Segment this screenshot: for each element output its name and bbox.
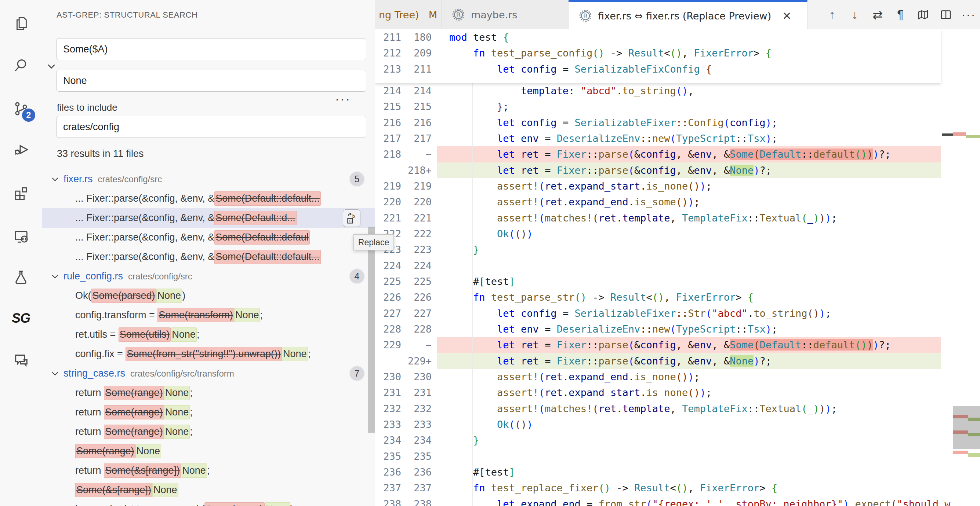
code-line[interactable]: 218+ let ret = Fixer::parse(&config, &en… [375, 162, 941, 178]
sg-logo-icon[interactable]: SG [0, 300, 42, 336]
search-icon[interactable] [0, 47, 42, 84]
remote-explorer-icon[interactable] [0, 218, 42, 254]
sidebar-scrollbar[interactable] [368, 227, 375, 433]
replace-action-button[interactable]: bc [343, 209, 360, 227]
token: ) [819, 403, 825, 414]
match-row[interactable]: config.fix = Some(from_str("string!!").u… [42, 344, 375, 364]
code-line[interactable]: 233233 Ok(()) [375, 417, 941, 432]
match-row[interactable]: Some(&s[range])None [42, 480, 375, 500]
match-text: Ok( [75, 290, 91, 301]
token: let [497, 324, 515, 335]
token [449, 228, 497, 240]
code-line[interactable]: 214214 template: "abcd".to_string(), [375, 83, 941, 98]
svg-text:R: R [456, 11, 461, 19]
swap-sides-icon[interactable]: ⇄ [866, 0, 889, 29]
token: ret [545, 371, 563, 382]
code-line[interactable]: 226226 fn test_parse_str() -> Result<(),… [375, 289, 941, 305]
tab-maybe-rs[interactable]: R maybe.rs [442, 0, 568, 29]
token: , [670, 403, 682, 414]
code-line[interactable]: 216216 let config = SerializableFixer::C… [375, 115, 941, 130]
match-row[interactable]: Ok(Some(parsed)None) [42, 286, 375, 305]
code-line[interactable]: 223223 } [375, 242, 941, 257]
toggle-replace-chevron-icon[interactable] [46, 61, 57, 72]
token [449, 371, 497, 382]
match-row[interactable]: return Some(&s[range])None; [42, 461, 375, 480]
code-line[interactable]: 228228 let env = DeserializeEnv::new(Typ… [375, 321, 941, 337]
match-row[interactable]: ... Fixer::parse(&config, &env, &Some(De… [42, 247, 375, 266]
token: DeserializeEnv [557, 324, 641, 335]
code-line[interactable]: 234234 } [375, 432, 941, 448]
code-line[interactable]: 230230 assert!(ret.expand_end.is_none())… [375, 369, 941, 385]
match-row[interactable]: Some(range)None [42, 441, 375, 461]
token: ) [825, 403, 831, 414]
token: = [539, 355, 557, 366]
match-row[interactable]: return Some(range)None; [42, 383, 375, 403]
code-line[interactable]: 213211 let config = SerializableFixConfi… [375, 61, 941, 77]
code-line[interactable]: 220220 assert!(ret.expand_end.is_some())… [375, 194, 941, 210]
split-editor-icon[interactable] [934, 0, 957, 29]
code-line[interactable]: 227227 let config = SerializableFixer::S… [375, 305, 941, 321]
whitespace-icon[interactable]: ¶ [889, 0, 912, 29]
code-line[interactable]: 229− let ret = Fixer::parse(&config, &en… [375, 337, 941, 353]
match-row[interactable]: return Some(range)None; [42, 403, 375, 422]
previous-change-icon[interactable]: ↑ [821, 0, 843, 29]
explorer-icon[interactable] [0, 5, 42, 42]
next-change-icon[interactable]: ↓ [843, 0, 866, 29]
tree-file-group[interactable]: string_case.rscrates/config/src/transfor… [42, 364, 375, 383]
testing-icon[interactable] [0, 259, 42, 295]
files-to-include-input[interactable] [56, 116, 366, 138]
code-line[interactable]: 225225 #[test] [375, 274, 941, 289]
source-control-icon[interactable]: 2 [0, 90, 42, 127]
match-row[interactable]: ret.utils = Some(utils)None; [42, 325, 375, 344]
code-line[interactable]: 232232 assert!(matches!(ret.template, Te… [375, 401, 941, 417]
code-line[interactable]: 217217 let env = DeserializeEnv::new(Typ… [375, 130, 941, 146]
replace-pattern-input[interactable] [56, 70, 366, 92]
code-line[interactable]: 236236 #[test] [375, 464, 941, 480]
chat-icon[interactable] [0, 342, 42, 378]
minimap-slider[interactable] [953, 406, 980, 449]
code-text: let ret = Fixer::parse(&config, &env, &N… [437, 162, 953, 178]
more-actions-icon[interactable]: ··· [957, 0, 980, 29]
code-line[interactable]: 224224 [375, 258, 941, 274]
map-icon[interactable] [912, 0, 934, 29]
code-line[interactable]: 211180mod test { [375, 29, 941, 45]
code-line[interactable]: 212209 fn test_parse_config() -> Result<… [375, 45, 941, 61]
token: () [676, 371, 688, 382]
tree-file-group[interactable]: rule_config.rscrates/config/src4 [42, 266, 375, 286]
match-row[interactable]: return Some(range)None; [42, 422, 375, 441]
code-line[interactable]: 237237 fn test_replace_fixer() -> Result… [375, 480, 941, 496]
code-line[interactable]: 229+ let ret = Fixer::parse(&config, &en… [375, 353, 941, 369]
match-row[interactable]: ... Fixer::parse(&config, &env, &Some(De… [42, 228, 375, 247]
overview-ruler[interactable] [941, 59, 980, 506]
code-line[interactable]: 218− let ret = Fixer::parse(&config, &en… [375, 146, 941, 162]
run-debug-icon[interactable] [0, 131, 42, 168]
tree-file-group[interactable]: fixer.rscrates/config/src5 [42, 170, 375, 189]
close-icon[interactable]: ✕ [782, 10, 791, 22]
code-line[interactable]: 222222 Ok(()) [375, 226, 941, 242]
tab-replace-preview[interactable]: R fixer.rs ⇔ fixer.rs (Replace Preview) … [568, 0, 808, 29]
chevron-down-icon[interactable] [50, 272, 60, 281]
code-line[interactable]: 231231 assert!(ret.expand_start.is_none(… [375, 385, 941, 400]
code-line[interactable]: 215215 }; [375, 98, 941, 114]
tab-partial[interactable]: ng Tree) M [375, 0, 442, 29]
token: let [497, 117, 515, 128]
token: ret [545, 181, 563, 192]
code-line[interactable]: 221221 assert!(matches!(ret.template, Te… [375, 210, 941, 226]
search-pattern-input[interactable] [56, 38, 366, 60]
diff-editor[interactable]: 214214 template: "abcd".to_string(),2152… [375, 29, 980, 506]
match-row[interactable]: ... Fixer::parse(&config, &env, &Some(De… [42, 189, 375, 208]
match-row[interactable]: let matched: Vec<_> = result(Some(range)… [42, 500, 375, 506]
chevron-down-icon[interactable] [50, 369, 60, 378]
match-row[interactable]: config.transform = Some(transform)None; [42, 305, 375, 325]
extensions-icon[interactable] [0, 174, 42, 211]
code-line[interactable]: 235235 [375, 449, 941, 464]
code-line[interactable]: 219219 assert!(ret.expand_start.is_none(… [375, 178, 941, 194]
git-modified-badge: M [429, 9, 437, 21]
token: let [497, 498, 515, 506]
token: Default [759, 339, 801, 351]
token: new [652, 324, 670, 335]
more-options-icon[interactable]: ··· [335, 92, 351, 106]
code-line[interactable]: 238238 let expand_end = from_str("{regex… [375, 496, 941, 506]
match-row[interactable]: ... Fixer::parse(&config, &env, &Some(De… [42, 208, 375, 228]
chevron-down-icon[interactable] [50, 174, 60, 184]
